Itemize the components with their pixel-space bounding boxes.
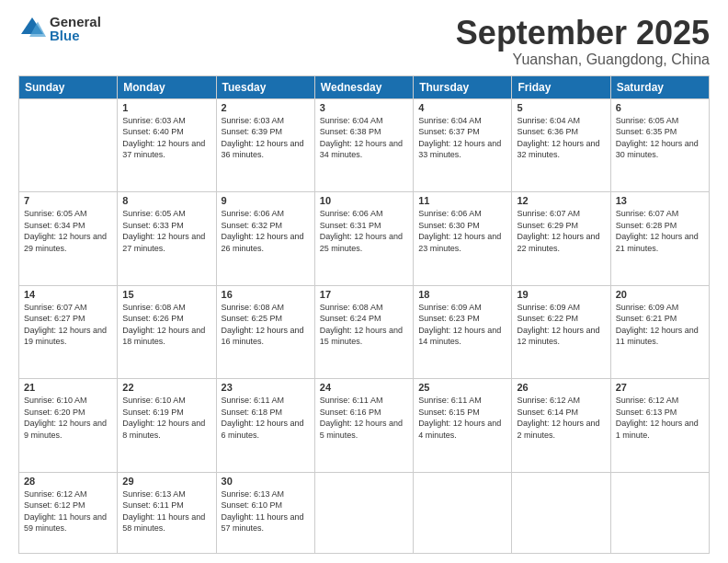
table-row: 20Sunrise: 6:09 AM Sunset: 6:21 PM Dayli… [610, 285, 709, 379]
day-number: 2 [222, 102, 310, 113]
day-info: Sunrise: 6:04 AM Sunset: 6:37 PM Dayligh… [418, 115, 506, 161]
table-row: 18Sunrise: 6:09 AM Sunset: 6:23 PM Dayli… [414, 285, 512, 379]
title-block: September 2025 Yuanshan, Guangdong, Chin… [456, 15, 710, 68]
table-row: 6Sunrise: 6:05 AM Sunset: 6:35 PM Daylig… [610, 98, 709, 192]
location-title: Yuanshan, Guangdong, China [456, 52, 710, 68]
day-info: Sunrise: 6:10 AM Sunset: 6:20 PM Dayligh… [24, 395, 112, 441]
table-row [512, 472, 610, 553]
table-row: 29Sunrise: 6:13 AM Sunset: 6:11 PM Dayli… [118, 472, 216, 553]
day-number: 24 [320, 382, 408, 393]
day-number: 28 [24, 476, 112, 487]
day-info: Sunrise: 6:09 AM Sunset: 6:23 PM Dayligh… [418, 302, 506, 348]
table-row: 19Sunrise: 6:09 AM Sunset: 6:22 PM Dayli… [512, 285, 610, 379]
table-row [610, 472, 709, 553]
day-number: 5 [517, 102, 605, 113]
table-row: 26Sunrise: 6:12 AM Sunset: 6:14 PM Dayli… [512, 379, 610, 473]
day-number: 1 [122, 102, 210, 113]
header-saturday: Saturday [610, 75, 709, 98]
logo-icon [18, 15, 46, 42]
logo-general: General [50, 15, 101, 29]
table-row: 15Sunrise: 6:08 AM Sunset: 6:26 PM Dayli… [118, 285, 216, 379]
day-number: 17 [320, 289, 408, 300]
day-info: Sunrise: 6:10 AM Sunset: 6:19 PM Dayligh… [122, 395, 210, 441]
day-info: Sunrise: 6:05 AM Sunset: 6:34 PM Dayligh… [24, 208, 112, 254]
table-row: 11Sunrise: 6:06 AM Sunset: 6:30 PM Dayli… [414, 192, 512, 286]
day-info: Sunrise: 6:12 AM Sunset: 6:14 PM Dayligh… [517, 395, 605, 441]
day-number: 10 [320, 195, 408, 206]
header-row: Sunday Monday Tuesday Wednesday Thursday… [19, 75, 710, 98]
day-number: 14 [24, 289, 112, 300]
day-info: Sunrise: 6:12 AM Sunset: 6:12 PM Dayligh… [24, 488, 112, 534]
day-number: 29 [122, 476, 210, 487]
day-info: Sunrise: 6:11 AM Sunset: 6:18 PM Dayligh… [222, 395, 310, 441]
day-number: 15 [122, 289, 210, 300]
table-row: 5Sunrise: 6:04 AM Sunset: 6:36 PM Daylig… [512, 98, 610, 192]
day-number: 25 [418, 382, 506, 393]
day-info: Sunrise: 6:04 AM Sunset: 6:38 PM Dayligh… [320, 115, 408, 161]
day-info: Sunrise: 6:11 AM Sunset: 6:16 PM Dayligh… [320, 395, 408, 441]
day-info: Sunrise: 6:05 AM Sunset: 6:33 PM Dayligh… [122, 208, 210, 254]
page: General Blue September 2025 Yuanshan, Gu… [0, 0, 728, 563]
month-year-title: September 2025 [456, 15, 710, 52]
day-info: Sunrise: 6:08 AM Sunset: 6:25 PM Dayligh… [222, 302, 310, 348]
header: General Blue September 2025 Yuanshan, Gu… [18, 15, 710, 68]
table-row: 27Sunrise: 6:12 AM Sunset: 6:13 PM Dayli… [610, 379, 709, 473]
table-row [19, 98, 118, 192]
day-number: 19 [517, 289, 605, 300]
table-row: 17Sunrise: 6:08 AM Sunset: 6:24 PM Dayli… [314, 285, 413, 379]
day-info: Sunrise: 6:11 AM Sunset: 6:15 PM Dayligh… [418, 395, 506, 441]
header-sunday: Sunday [19, 75, 118, 98]
table-row: 30Sunrise: 6:13 AM Sunset: 6:10 PM Dayli… [216, 472, 314, 553]
day-info: Sunrise: 6:13 AM Sunset: 6:10 PM Dayligh… [222, 488, 310, 534]
day-info: Sunrise: 6:12 AM Sunset: 6:13 PM Dayligh… [616, 395, 704, 441]
day-number: 22 [122, 382, 210, 393]
day-number: 7 [24, 195, 112, 206]
day-number: 4 [418, 102, 506, 113]
day-number: 6 [616, 102, 704, 113]
day-info: Sunrise: 6:07 AM Sunset: 6:29 PM Dayligh… [517, 208, 605, 254]
table-row: 23Sunrise: 6:11 AM Sunset: 6:18 PM Dayli… [216, 379, 314, 473]
table-row: 25Sunrise: 6:11 AM Sunset: 6:15 PM Dayli… [414, 379, 512, 473]
header-thursday: Thursday [414, 75, 512, 98]
day-number: 13 [616, 195, 704, 206]
header-monday: Monday [118, 75, 216, 98]
table-row: 13Sunrise: 6:07 AM Sunset: 6:28 PM Dayli… [610, 192, 709, 286]
day-info: Sunrise: 6:09 AM Sunset: 6:21 PM Dayligh… [616, 302, 704, 348]
table-row: 4Sunrise: 6:04 AM Sunset: 6:37 PM Daylig… [414, 98, 512, 192]
table-row: 24Sunrise: 6:11 AM Sunset: 6:16 PM Dayli… [314, 379, 413, 473]
day-number: 12 [517, 195, 605, 206]
day-info: Sunrise: 6:06 AM Sunset: 6:32 PM Dayligh… [222, 208, 310, 254]
day-info: Sunrise: 6:05 AM Sunset: 6:35 PM Dayligh… [616, 115, 704, 161]
day-number: 8 [122, 195, 210, 206]
day-info: Sunrise: 6:08 AM Sunset: 6:26 PM Dayligh… [122, 302, 210, 348]
calendar-table: Sunday Monday Tuesday Wednesday Thursday… [18, 75, 710, 554]
day-info: Sunrise: 6:09 AM Sunset: 6:22 PM Dayligh… [517, 302, 605, 348]
table-row: 2Sunrise: 6:03 AM Sunset: 6:39 PM Daylig… [216, 98, 314, 192]
table-row [414, 472, 512, 553]
header-wednesday: Wednesday [314, 75, 413, 98]
table-row: 8Sunrise: 6:05 AM Sunset: 6:33 PM Daylig… [118, 192, 216, 286]
day-info: Sunrise: 6:08 AM Sunset: 6:24 PM Dayligh… [320, 302, 408, 348]
day-number: 9 [222, 195, 310, 206]
day-info: Sunrise: 6:04 AM Sunset: 6:36 PM Dayligh… [517, 115, 605, 161]
table-row: 14Sunrise: 6:07 AM Sunset: 6:27 PM Dayli… [19, 285, 118, 379]
logo: General Blue [18, 15, 101, 42]
day-number: 21 [24, 382, 112, 393]
logo-text: General Blue [50, 15, 101, 42]
table-row: 12Sunrise: 6:07 AM Sunset: 6:29 PM Dayli… [512, 192, 610, 286]
table-row: 16Sunrise: 6:08 AM Sunset: 6:25 PM Dayli… [216, 285, 314, 379]
day-number: 18 [418, 289, 506, 300]
day-number: 27 [616, 382, 704, 393]
table-row: 21Sunrise: 6:10 AM Sunset: 6:20 PM Dayli… [19, 379, 118, 473]
table-row [314, 472, 413, 553]
table-row: 3Sunrise: 6:04 AM Sunset: 6:38 PM Daylig… [314, 98, 413, 192]
day-number: 30 [222, 476, 310, 487]
logo-blue: Blue [50, 29, 101, 42]
day-info: Sunrise: 6:06 AM Sunset: 6:30 PM Dayligh… [418, 208, 506, 254]
table-row: 28Sunrise: 6:12 AM Sunset: 6:12 PM Dayli… [19, 472, 118, 553]
day-number: 11 [418, 195, 506, 206]
day-number: 16 [222, 289, 310, 300]
table-row: 1Sunrise: 6:03 AM Sunset: 6:40 PM Daylig… [118, 98, 216, 192]
table-row: 10Sunrise: 6:06 AM Sunset: 6:31 PM Dayli… [314, 192, 413, 286]
table-row: 7Sunrise: 6:05 AM Sunset: 6:34 PM Daylig… [19, 192, 118, 286]
